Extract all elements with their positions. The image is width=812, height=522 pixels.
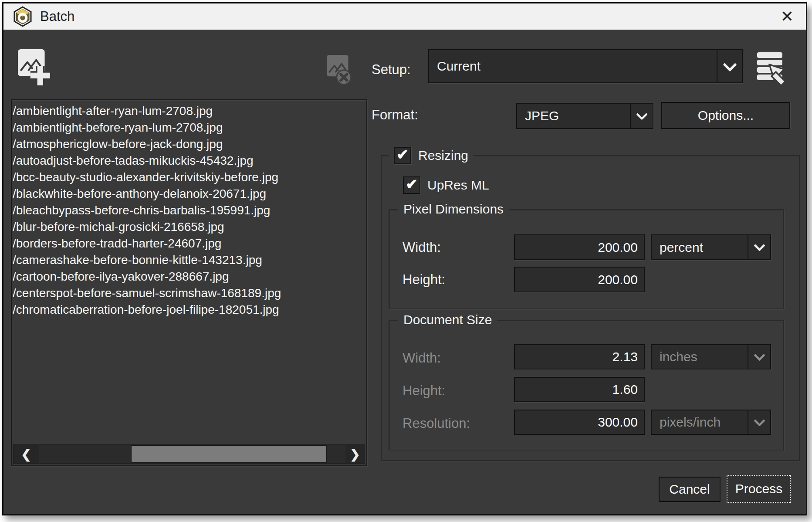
scroll-right-icon[interactable]: ❯ [345,445,365,463]
dialog-content: Setup: Current /ambientlight-after-ryan-… [3,30,806,514]
list-item[interactable]: /atmosphericglow-before-jack-dong.jpg [13,136,365,153]
setup-select[interactable]: Current [428,49,743,83]
upres-ml-checkbox[interactable]: ✔ [403,176,420,194]
add-images-icon[interactable] [17,48,51,86]
upres-ml-label: UpRes ML [427,178,489,193]
titlebar: Batch ✕ [3,3,806,30]
ds-width-unit-select: inches [651,344,771,369]
ds-resolution-unit-select: pixels/inch [651,410,771,435]
chevron-down-icon [748,410,770,434]
document-size-label: Document Size [403,312,492,327]
pixel-dimensions-legend: Pixel Dimensions [398,200,509,218]
list-item[interactable]: /centerspot-before-samuel-scrimshaw-1681… [13,285,365,302]
window-title: Batch [40,9,74,24]
scrollbar-track[interactable] [39,445,345,463]
list-item[interactable]: /ambientlight-before-ryan-lum-2708.jpg [13,119,365,136]
screenshot-stage: Batch ✕ Setup: Current [0,0,812,522]
list-item[interactable]: /chromaticaberration-before-joel-filipe-… [13,302,365,318]
format-label: Format: [372,107,418,123]
list-item[interactable]: /borders-before-tradd-harter-24607.jpg [13,235,365,252]
list-item[interactable]: /blackwhite-before-anthony-delanoix-2067… [13,186,365,202]
scrollbar-thumb[interactable] [131,445,327,463]
list-item[interactable]: /blur-before-michal-grosicki-216658.jpg [13,219,365,235]
chevron-down-icon[interactable] [630,104,653,128]
app-logo-icon [13,6,32,27]
format-options-button[interactable]: Options... [661,102,790,129]
ds-height-label: Height: [403,383,445,399]
format-select[interactable]: JPEG [516,103,653,129]
apply-preset-list-icon[interactable] [756,51,791,85]
pd-width-unit-value: percent [652,235,748,259]
scroll-left-icon[interactable]: ❮ [14,445,39,463]
resizing-checkbox[interactable]: ✔ [394,147,411,164]
list-item[interactable]: /camerashake-before-bonnie-kittle-143213… [13,252,365,268]
list-item[interactable]: /ambientlight-after-ryan-lum-2708.jpg [13,103,365,119]
list-item[interactable]: /autoadjust-before-tadas-mikuckis-45432.… [13,153,365,169]
list-item[interactable]: /bleachbypass-before-chris-barbalis-1959… [13,202,365,219]
resizing-legend: ✔ Resizing [389,146,474,166]
list-item[interactable]: /cartoon-before-ilya-yakover-288667.jpg [13,268,365,285]
checkmark-icon: ✔ [396,147,409,162]
checkmark-icon: ✔ [406,177,418,191]
file-list[interactable]: /ambientlight-after-ryan-lum-2708.jpg/am… [11,99,367,466]
chevron-down-icon[interactable] [717,50,742,82]
batch-dialog: Batch ✕ Setup: Current [2,2,807,515]
setup-selected-value: Current [429,50,717,82]
process-button[interactable]: Process [727,475,791,503]
format-selected-value: JPEG [517,104,630,128]
cancel-button[interactable]: Cancel [659,477,721,502]
pd-width-input[interactable]: 200.00 [514,234,645,260]
ds-height-input: 1.60 [514,377,645,402]
chevron-down-icon[interactable] [748,235,770,259]
ds-resolution-input: 300.00 [514,410,645,435]
pd-height-input[interactable]: 200.00 [514,267,645,292]
pixel-dimensions-label: Pixel Dimensions [403,202,504,217]
pd-height-label: Height: [403,272,445,288]
upres-ml-row: ✔ UpRes ML [398,175,494,195]
document-size-legend: Document Size [398,311,497,329]
resizing-label: Resizing [418,148,468,163]
pd-width-label: Width: [403,240,441,255]
ds-resolution-unit-value: pixels/inch [652,410,748,434]
ds-width-input: 2.13 [514,344,645,369]
chevron-down-icon [748,345,770,369]
list-item[interactable]: /bcc-beauty-studio-alexander-krivitskiy-… [13,169,365,186]
remove-images-icon [326,54,353,87]
ds-resolution-label: Resolution: [403,416,470,431]
pd-width-unit-select[interactable]: percent [651,234,771,260]
setup-label: Setup: [372,62,411,78]
file-list-items: /ambientlight-after-ryan-lum-2708.jpg/am… [13,103,365,318]
horizontal-scrollbar[interactable]: ❮ ❯ [13,444,365,464]
ds-width-label: Width: [403,350,441,366]
close-icon[interactable]: ✕ [778,8,796,25]
ds-width-unit-value: inches [652,345,748,369]
